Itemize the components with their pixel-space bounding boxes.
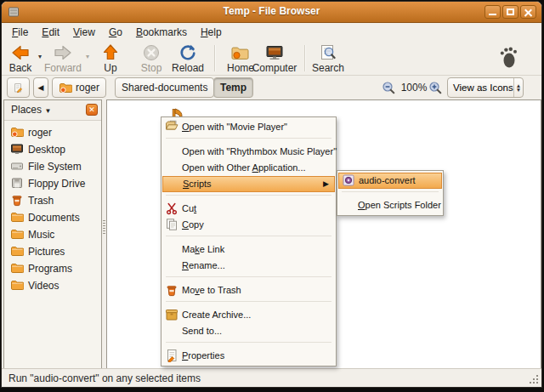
computer-button[interactable]: Computer (250, 43, 299, 75)
submenu-arrow-icon: ▶ (323, 177, 329, 191)
menu-item-rename[interactable]: Rename... (162, 258, 336, 274)
stop-button[interactable]: Stop (137, 43, 166, 75)
close-sidebar-button[interactable]: ✕ (86, 104, 98, 116)
back-button[interactable]: Back (4, 43, 37, 75)
minimize-button[interactable] (484, 5, 501, 19)
view-mode-select[interactable]: View as Icons ▲▼ (447, 77, 524, 98)
sidebar-item-programs[interactable]: Programs (4, 260, 101, 277)
submenu-item-open-scripts-folder[interactable]: Open Scripts Folder (337, 197, 443, 213)
menubar-item-edit[interactable]: Edit (35, 23, 66, 42)
home-folder-icon (59, 81, 72, 94)
back-arrow-icon (4, 43, 37, 63)
menubar-item-go[interactable]: Go (102, 23, 129, 42)
sidebar-item-documents[interactable]: Documents (4, 209, 101, 226)
menu-item-open-with-movie-player[interactable]: Open with "Movie Player" (162, 119, 336, 135)
menu-item-cut[interactable]: Cut (162, 201, 336, 217)
folder-icon (10, 227, 24, 243)
close-button[interactable] (520, 5, 536, 19)
status-text: Run "audio-convert" on any selected item… (8, 372, 201, 384)
menu-item-send-to[interactable]: Send to... (162, 323, 336, 339)
sidebar-item-desktop[interactable]: Desktop (4, 141, 101, 158)
chevron-left-icon: ◀ (38, 83, 44, 92)
zoom-level: 100% (398, 82, 430, 94)
breadcrumb-shared-documents[interactable]: Shared-documents (115, 77, 214, 98)
menu-item-scripts[interactable]: Scripts▶ (162, 176, 335, 192)
script-icon (342, 173, 355, 187)
forward-history-dropdown[interactable]: ▾ (86, 53, 89, 60)
context-menu: Open with "Movie Player"Open with "Rhyth… (161, 116, 337, 366)
forward-button[interactable]: Forward (42, 43, 83, 75)
gnome-foot-icon (499, 45, 519, 74)
zoom-out-button[interactable] (382, 81, 396, 95)
properties-icon (165, 349, 178, 362)
sidebar-item-pictures[interactable]: Pictures (4, 243, 101, 260)
menu-separator (337, 191, 443, 197)
up-arrow-icon (98, 43, 123, 63)
maximize-icon (503, 6, 518, 18)
zoom-in-button[interactable] (428, 81, 443, 95)
window-title: Temp - File Browser (2, 5, 541, 17)
menu-item-make-link[interactable]: Make Link (162, 241, 336, 258)
menu-separator (162, 236, 336, 241)
places-sidebar: Places ▼ ✕ rogerDesktopFile SystemFloppy… (3, 99, 102, 370)
menu-item-open-with-rhythmbox-music-player[interactable]: Open with "Rhythmbox Music Player" (162, 144, 336, 160)
spinner-arrows-icon: ▲▼ (513, 78, 523, 97)
menu-separator (162, 276, 336, 282)
sidebar-item-trash[interactable]: Trash (4, 192, 101, 209)
toolbar-separator (304, 45, 305, 71)
minimize-icon (485, 6, 500, 18)
reload-button[interactable]: Reload (169, 43, 207, 75)
drive-icon (10, 159, 24, 175)
location-edit-toggle[interactable] (7, 77, 30, 98)
breadcrumb-temp[interactable]: Temp (213, 77, 253, 98)
sidebar-header: Places ▼ ✕ (4, 100, 101, 121)
search-icon (309, 43, 347, 63)
toolbar: Back ▾ Forward ▾ Up Stop Reload Home Com… (2, 42, 541, 76)
chevron-down-icon: ▼ (44, 107, 51, 115)
menubar-item-help[interactable]: Help (194, 23, 229, 42)
menu-separator (162, 195, 336, 201)
toolbar-separator (214, 45, 215, 71)
sidebar-item-roger[interactable]: roger (4, 124, 101, 141)
menu-separator (162, 138, 336, 144)
menu-separator (162, 342, 336, 348)
home-folder-icon (10, 125, 24, 141)
places-dropdown[interactable]: Places ▼ (11, 104, 51, 116)
folder-icon (10, 210, 24, 226)
sidebar-item-music[interactable]: Music (4, 226, 101, 243)
sidebar-item-floppy-drive[interactable]: Floppy Drive (4, 175, 101, 192)
menu-item-create-archive[interactable]: Create Archive... (162, 307, 336, 323)
up-button[interactable]: Up (98, 43, 123, 75)
resize-grip[interactable] (529, 374, 540, 385)
menu-item-open-with-other-application[interactable]: Open with Other Application... (162, 160, 336, 176)
cut-icon (165, 202, 178, 215)
menu-item-copy[interactable]: Copy (162, 217, 336, 233)
edit-location-icon (14, 81, 23, 95)
sidebar-item-file-system[interactable]: File System (4, 158, 101, 175)
search-button[interactable]: Search (309, 43, 347, 75)
menubar-item-file[interactable]: File (5, 23, 35, 42)
maximize-button[interactable] (502, 5, 518, 19)
titlebar[interactable]: Temp - File Browser (2, 2, 541, 23)
close-icon (521, 6, 536, 18)
menubar-item-view[interactable]: View (66, 23, 102, 42)
computer-icon (250, 43, 299, 63)
menu-item-move-to-trash[interactable]: Move to Trash (162, 282, 336, 298)
reload-icon (169, 43, 207, 63)
menubar-item-bookmarks[interactable]: Bookmarks (129, 23, 194, 42)
desktop: Temp - File Browser FileEditViewGoBookma… (0, 0, 544, 392)
submenu-item-audio-convert[interactable]: audio-convert (338, 173, 442, 189)
breadcrumb-roger[interactable]: roger (52, 77, 106, 98)
trash-icon (10, 193, 24, 209)
floppy-icon (10, 176, 24, 192)
forward-arrow-icon (42, 43, 83, 63)
sidebar-item-videos[interactable]: Videos (4, 277, 101, 294)
breadcrumb-scroll-left[interactable]: ◀ (33, 77, 48, 98)
scripts-submenu: audio-convertOpen Scripts Folder (337, 170, 444, 216)
trash-icon (165, 283, 178, 297)
copy-icon (165, 218, 178, 231)
statusbar: Run "audio-convert" on any selected item… (2, 368, 541, 387)
menu-separator (162, 301, 336, 307)
menu-item-properties[interactable]: Properties (162, 348, 336, 364)
back-history-dropdown[interactable]: ▾ (38, 53, 42, 60)
